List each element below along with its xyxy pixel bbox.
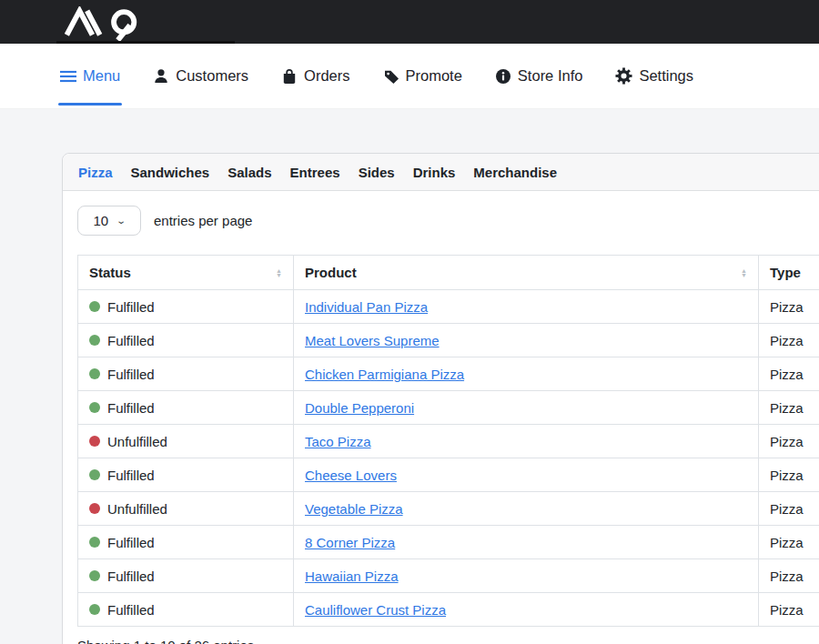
status-dot bbox=[89, 436, 100, 447]
tab-drinks[interactable]: Drinks bbox=[413, 165, 456, 180]
table-row: Fulfilled Individual Pan Pizza Pizza bbox=[78, 290, 819, 324]
type-value: Pizza bbox=[770, 299, 804, 315]
product-link[interactable]: Taco Pizza bbox=[305, 434, 371, 449]
status-label: Fulfilled bbox=[107, 569, 155, 584]
table-row: Fulfilled Meat Lovers Supreme Pizza bbox=[78, 324, 819, 357]
category-tab-bar: Pizza Sandwiches Salads Entrees Sides Dr… bbox=[63, 154, 819, 191]
table-row: Fulfilled 8 Corner Pizza Pizza bbox=[78, 526, 819, 559]
column-header-product[interactable]: Product ▲▼ bbox=[294, 256, 759, 290]
column-header-label: Product bbox=[305, 265, 357, 280]
type-value: Pizza bbox=[770, 400, 804, 416]
gear-icon bbox=[615, 67, 632, 85]
nav-item-customers[interactable]: Customers bbox=[153, 44, 248, 108]
status-label: Fulfilled bbox=[107, 333, 155, 348]
product-link[interactable]: Vegetable Pizza bbox=[305, 501, 403, 517]
pagination-summary: Showing 1 to 10 of 26 entries bbox=[77, 638, 819, 644]
entries-per-page-select[interactable]: 10 ⌄ bbox=[77, 206, 141, 236]
products-table: Status ▲▼ Product ▲▼ Typ bbox=[77, 255, 819, 627]
table-row: Unfulfilled Vegetable Pizza Pizza bbox=[78, 492, 819, 526]
nav-item-menu[interactable]: Menu bbox=[60, 44, 120, 108]
entries-per-page-value: 10 bbox=[93, 213, 108, 228]
column-header-label: Type bbox=[770, 265, 801, 280]
type-value: Pizza bbox=[770, 434, 804, 449]
status-label: Unfulfilled bbox=[107, 434, 167, 449]
main-navigation: Menu Customers Orders Promote Store Info bbox=[0, 44, 819, 109]
status-label: Fulfilled bbox=[107, 400, 155, 416]
status-dot bbox=[89, 335, 100, 346]
status-dot bbox=[89, 469, 100, 480]
status-label: Unfulfilled bbox=[107, 501, 167, 517]
shopping-bag-icon bbox=[281, 68, 298, 85]
nav-item-label: Orders bbox=[304, 67, 349, 85]
product-link[interactable]: Cauliflower Crust Pizza bbox=[305, 602, 446, 618]
table-row: Unfulfilled Taco Pizza Pizza bbox=[78, 425, 819, 458]
status-label: Fulfilled bbox=[107, 367, 155, 382]
table-row: Fulfilled Double Pepperoni Pizza bbox=[78, 391, 819, 425]
status-dot bbox=[89, 402, 100, 413]
type-value: Pizza bbox=[770, 602, 804, 618]
status-label: Fulfilled bbox=[107, 468, 155, 483]
nav-item-promote[interactable]: Promote bbox=[383, 44, 462, 108]
sort-icon[interactable]: ▲▼ bbox=[276, 268, 282, 277]
tab-merchandise[interactable]: Merchandise bbox=[473, 165, 557, 180]
product-link[interactable]: Hawaiian Pizza bbox=[305, 569, 399, 584]
menu-products-card: Pizza Sandwiches Salads Entrees Sides Dr… bbox=[62, 153, 819, 644]
nav-item-settings[interactable]: Settings bbox=[615, 44, 693, 108]
column-header-type[interactable]: Type bbox=[759, 256, 819, 290]
entries-per-page-label: entries per page bbox=[154, 213, 252, 228]
info-icon bbox=[495, 68, 511, 85]
product-link[interactable]: Chicken Parmigiana Pizza bbox=[305, 367, 464, 382]
table-header-row: Status ▲▼ Product ▲▼ Typ bbox=[78, 256, 819, 290]
status-dot bbox=[89, 570, 100, 581]
type-value: Pizza bbox=[770, 501, 804, 517]
status-dot bbox=[89, 604, 100, 615]
status-label: Fulfilled bbox=[107, 535, 155, 550]
person-icon bbox=[153, 68, 169, 85]
product-link[interactable]: Cheese Lovers bbox=[305, 468, 397, 483]
nav-item-label: Customers bbox=[176, 67, 248, 85]
status-dot bbox=[89, 301, 100, 312]
product-link[interactable]: Meat Lovers Supreme bbox=[305, 333, 440, 348]
nav-item-store-info[interactable]: Store Info bbox=[495, 44, 583, 108]
type-value: Pizza bbox=[770, 569, 804, 584]
nav-item-orders[interactable]: Orders bbox=[281, 44, 349, 108]
chevron-down-icon: ⌄ bbox=[116, 216, 126, 226]
brand-logo-aiq[interactable] bbox=[56, 6, 158, 41]
column-header-label: Status bbox=[89, 265, 131, 280]
status-label: Fulfilled bbox=[107, 602, 155, 618]
product-link[interactable]: Individual Pan Pizza bbox=[305, 299, 428, 315]
nav-item-label: Promote bbox=[406, 67, 462, 85]
type-value: Pizza bbox=[770, 468, 804, 483]
status-dot bbox=[89, 503, 100, 514]
tab-pizza[interactable]: Pizza bbox=[78, 165, 113, 180]
tab-sandwiches[interactable]: Sandwiches bbox=[131, 165, 210, 180]
status-dot bbox=[89, 537, 100, 548]
tag-icon bbox=[383, 68, 399, 85]
table-row: Fulfilled Chicken Parmigiana Pizza Pizza bbox=[78, 357, 819, 391]
status-dot bbox=[89, 368, 100, 379]
product-link[interactable]: 8 Corner Pizza bbox=[305, 535, 395, 550]
hamburger-icon bbox=[60, 70, 76, 83]
nav-item-label: Settings bbox=[639, 67, 693, 85]
entries-per-page-row: 10 ⌄ entries per page bbox=[77, 206, 819, 236]
column-header-status[interactable]: Status ▲▼ bbox=[78, 256, 294, 290]
sort-icon[interactable]: ▲▼ bbox=[741, 268, 747, 277]
table-row: Fulfilled Cauliflower Crust Pizza Pizza bbox=[78, 593, 819, 627]
nav-item-label: Store Info bbox=[518, 67, 583, 85]
type-value: Pizza bbox=[770, 535, 804, 550]
table-row: Fulfilled Cheese Lovers Pizza bbox=[78, 458, 819, 492]
top-app-bar bbox=[0, 0, 819, 44]
type-value: Pizza bbox=[770, 333, 804, 348]
tab-salads[interactable]: Salads bbox=[228, 165, 271, 180]
type-value: Pizza bbox=[770, 367, 804, 382]
nav-item-label: Menu bbox=[83, 67, 120, 85]
tab-entrees[interactable]: Entrees bbox=[290, 165, 340, 180]
table-row: Fulfilled Hawaiian Pizza Pizza bbox=[78, 559, 819, 593]
tab-sides[interactable]: Sides bbox=[359, 165, 395, 180]
products-table-wrapper: Status ▲▼ Product ▲▼ Typ bbox=[77, 255, 819, 627]
card-body: 10 ⌄ entries per page Status ▲▼ bbox=[63, 191, 819, 644]
status-label: Fulfilled bbox=[107, 299, 155, 315]
product-link[interactable]: Double Pepperoni bbox=[305, 400, 414, 416]
